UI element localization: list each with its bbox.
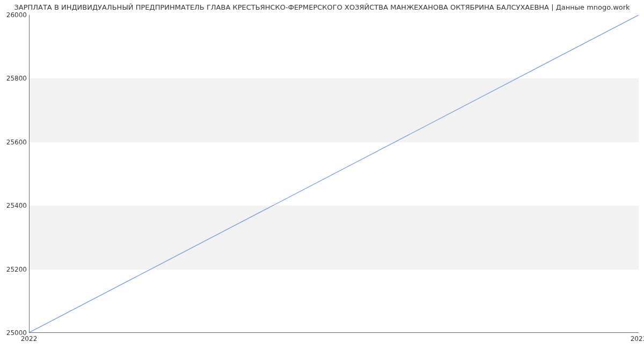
grid-band [30,206,639,269]
y-tick-label: 25200 [3,266,27,273]
y-tick-label: 25400 [3,202,27,209]
x-tick-label: 2022 [21,335,38,343]
plot-area [29,15,639,333]
y-tick-label: 25600 [3,139,27,146]
y-tick-label: 26000 [3,11,27,19]
chart-title: ЗАРПЛАТА В ИНДИВИДУАЛЬНЫЙ ПРЕДПРИНМАТЕЛЬ… [0,3,644,11]
line-series [30,15,639,332]
grid-band [30,78,639,142]
salary-line-chart: ЗАРПЛАТА В ИНДИВИДУАЛЬНЫЙ ПРЕДПРИНМАТЕЛЬ… [0,0,644,349]
x-tick-label: 2023 [631,335,644,343]
y-tick-label: 25800 [3,75,27,82]
